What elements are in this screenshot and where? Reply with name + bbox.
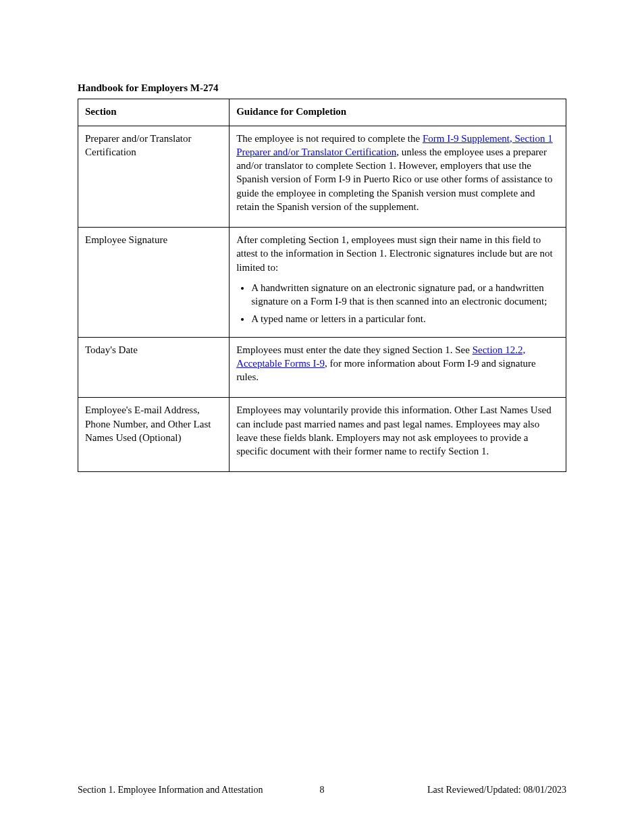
table-row: Today's Date Employees must enter the da… (78, 337, 566, 398)
guidance-table: Section Guidance for Completion Preparer… (78, 99, 566, 472)
section-title: Handbook for Employers M-274 (78, 81, 566, 95)
page-footer: Section 1. Employee Information and Atte… (78, 784, 566, 797)
list-item: A typed name or letters in a particular … (251, 312, 559, 325)
table-row: Employee Signature After completing Sect… (78, 228, 566, 338)
row-label-employee-signature: Employee Signature (78, 228, 230, 338)
table-row: Employee's E-mail Address, Phone Number,… (78, 398, 566, 472)
footer-page-number: 8 (320, 784, 325, 797)
row-desc-optional-fields: Employees may voluntarily provide this i… (230, 398, 566, 472)
text-fragment: The employee is not required to complete… (236, 133, 423, 144)
row-desc-preparer-translator: The employee is not required to complete… (230, 126, 566, 228)
table-header-guidance: Guidance for Completion (230, 99, 566, 126)
row-label-optional-fields: Employee's E-mail Address, Phone Number,… (78, 398, 230, 472)
text-fragment: Employees may voluntarily provide this i… (236, 403, 559, 458)
row-desc-employee-signature: After completing Section 1, employees mu… (230, 228, 566, 338)
list-item: A handwritten signature on an electronic… (251, 281, 559, 309)
table-header-section: Section (78, 99, 230, 126)
text-fragment: Employees must enter the date they signe… (236, 344, 473, 355)
row-desc-todays-date: Employees must enter the date they signe… (230, 337, 566, 398)
footer-left: Section 1. Employee Information and Atte… (78, 784, 263, 797)
footer-right: Last Reviewed/Updated: 08/01/2023 (427, 784, 566, 797)
text-intro: After completing Section 1, employees mu… (236, 233, 559, 274)
signature-bullet-list: A handwritten signature on an electronic… (236, 281, 559, 326)
row-label-todays-date: Today's Date (78, 337, 230, 398)
row-label-preparer-translator: Preparer and/or Translator Certification (78, 126, 230, 228)
table-row: Preparer and/or Translator Certification… (78, 126, 566, 228)
